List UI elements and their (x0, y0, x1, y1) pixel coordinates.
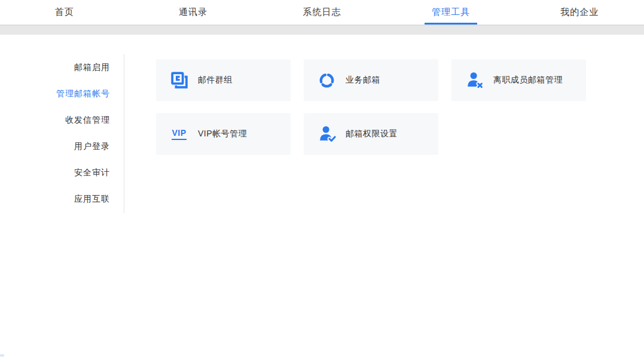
sidebar-item-mailbox-enable[interactable]: 邮箱启用 (0, 54, 124, 80)
vip-icon-text: VIP (172, 128, 186, 140)
tab-system-log[interactable]: 系统日志 (258, 0, 386, 25)
sidebar-item-send-receive[interactable]: 收发信管理 (0, 107, 124, 133)
sidebar: 邮箱启用 管理邮箱帐号 收发信管理 用户登录 安全审计 应用互联 (0, 54, 124, 213)
tab-admin-tools[interactable]: 管理工具 (386, 0, 515, 25)
bottom-left-artifact (0, 354, 4, 357)
card-mail-group[interactable]: 邮件群组 (156, 59, 291, 101)
active-tab-underline (425, 23, 477, 25)
sidebar-item-manage-accounts[interactable]: 管理邮箱帐号 (0, 80, 124, 107)
top-nav: 首页 通讯录 系统日志 管理工具 我的企业 (0, 0, 644, 25)
user-check-icon (318, 125, 336, 144)
tab-my-company[interactable]: 我的企业 (515, 0, 644, 25)
subheader-strip (0, 25, 644, 35)
tab-home[interactable]: 首页 (0, 0, 129, 25)
card-resigned-member-mailbox[interactable]: 离职成员邮箱管理 (451, 59, 586, 101)
tool-cards: 邮件群组 业务邮箱 (156, 59, 586, 155)
mail-group-icon (170, 71, 188, 90)
cycle-icon (318, 71, 336, 90)
tab-label: 我的企业 (560, 7, 599, 18)
card-label: 邮箱权限设置 (346, 129, 398, 139)
sidebar-item-user-login[interactable]: 用户登录 (0, 133, 124, 159)
main-content: 邮箱启用 管理邮箱帐号 收发信管理 用户登录 安全审计 应用互联 邮件群组 (0, 35, 644, 358)
sidebar-item-app-connect[interactable]: 应用互联 (0, 185, 124, 212)
tab-label: 系统日志 (303, 7, 341, 18)
card-label: 离职成员邮箱管理 (493, 75, 563, 86)
card-mailbox-permission[interactable]: 邮箱权限设置 (304, 113, 438, 155)
card-business-mailbox[interactable]: 业务邮箱 (304, 59, 438, 101)
card-label: 邮件群组 (198, 75, 233, 86)
tab-contacts[interactable]: 通讯录 (129, 0, 257, 25)
card-label: 业务邮箱 (346, 75, 380, 86)
card-vip-account[interactable]: VIP VIP帐号管理 (156, 113, 291, 155)
sidebar-item-security-audit[interactable]: 安全审计 (0, 159, 124, 185)
tab-label: 通讯录 (179, 7, 207, 18)
user-x-icon (465, 71, 484, 90)
card-label: VIP帐号管理 (198, 129, 247, 139)
vip-icon: VIP (170, 125, 188, 144)
tab-label: 首页 (55, 7, 74, 18)
tab-label: 管理工具 (432, 7, 470, 18)
